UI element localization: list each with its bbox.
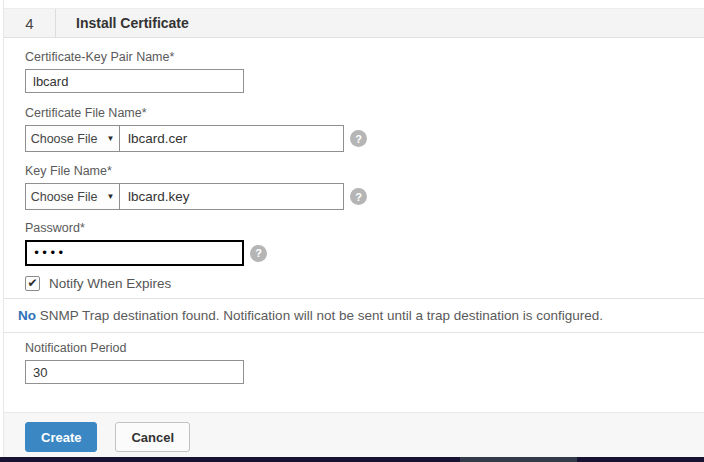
snmp-trap-notice: No SNMP Trap destination found. Notifica… [4,298,704,333]
cert-file-row: Choose File ▼ lbcard.cer ? [25,125,704,152]
create-button[interactable]: Create [25,422,97,452]
key-file-combo: Choose File ▼ lbcard.key [25,183,344,210]
bottom-window-edge [0,457,704,462]
choose-file-button-label: Choose File [31,132,98,146]
password-row: ? [25,240,704,266]
snmp-notice-text: SNMP Trap destination found. Notificatio… [36,308,603,323]
cert-key-pair-label: Certificate-Key Pair Name* [25,50,704,64]
password-field[interactable] [25,240,244,266]
notify-when-expires-checkbox[interactable]: ✔ [25,276,40,291]
key-file-choose-button[interactable]: Choose File ▼ [26,184,120,209]
key-file-row: Choose File ▼ lbcard.key ? [25,183,704,210]
cert-file-name-value[interactable]: lbcard.cer [120,126,343,151]
help-icon[interactable]: ? [250,245,267,262]
help-icon[interactable]: ? [350,130,367,147]
cert-file-combo: Choose File ▼ lbcard.cer [25,125,344,152]
page-title: Install Certificate [56,9,189,37]
notify-when-expires-label: Notify When Expires [49,276,171,291]
key-file-label: Key File Name* [25,164,704,178]
help-icon[interactable]: ? [350,188,367,205]
cert-file-label: Certificate File Name* [25,106,704,120]
form-body: Certificate-Key Pair Name* Certificate F… [4,38,704,291]
notification-period-section: Notification Period [4,341,704,384]
notify-when-expires-row: ✔ Notify When Expires [25,275,704,291]
key-file-name-value[interactable]: lbcard.key [120,184,343,209]
cert-file-choose-button[interactable]: Choose File ▼ [26,126,120,151]
snmp-notice-highlight: No [18,308,36,323]
step-number: 4 [4,9,56,37]
step-header: 4 Install Certificate [4,8,704,38]
password-label: Password* [25,221,704,235]
chevron-down-icon: ▼ [106,193,114,201]
install-certificate-panel: 4 Install Certificate Certificate-Key Pa… [3,0,704,457]
cancel-button[interactable]: Cancel [115,422,190,452]
choose-file-button-label: Choose File [31,190,98,204]
bottom-window-edge-segment [460,457,577,462]
cert-key-pair-input[interactable] [25,69,244,93]
footer-actions: Create Cancel [4,412,704,457]
chevron-down-icon: ▼ [106,135,114,143]
notification-period-input[interactable] [25,360,244,384]
notification-period-label: Notification Period [25,341,704,355]
